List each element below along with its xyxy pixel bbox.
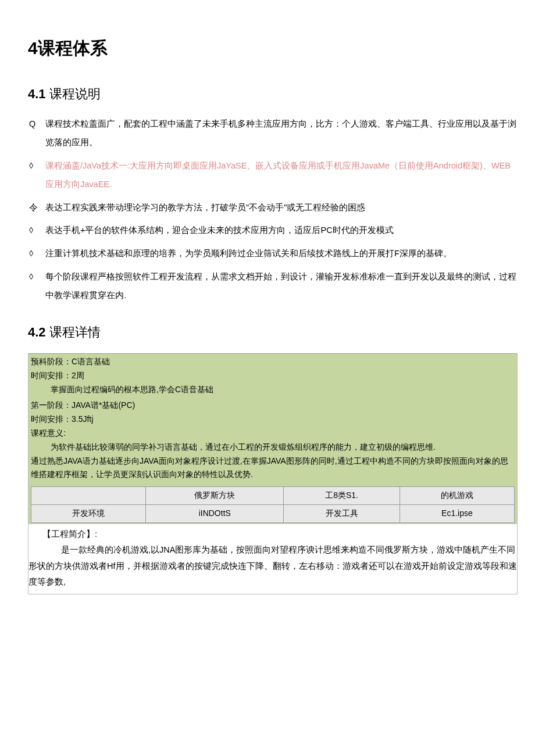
- table-cell: 工8类S1.: [284, 487, 400, 505]
- diamond-icon: ◊: [28, 221, 45, 240]
- stage-time: 时间安排：2周: [31, 369, 515, 383]
- bullet-item: 令 表达工程实践来带动理论学习的教学方法，打破学员"不会动手"或无工程经验的困惑: [28, 199, 518, 217]
- project-intro-body-text: 是一款经典的冷机游戏,以JNA图形库为基础，按照面向对望程序谀计思维来构造不同俄…: [28, 545, 517, 586]
- bullet-item: ◊ 表达手机+平台的软件体系结构，迎合企业未来的技术应用方向，适应后PC时代的开…: [28, 221, 518, 240]
- bullet-text: 每个阶段课程严格按照软件工程开发流程，从需求文档开始，到设计，灌输开发标准标准一…: [45, 268, 518, 305]
- stage-title: 预科阶段：C语言基础: [31, 355, 515, 369]
- subsection-text: 课程说明: [49, 87, 101, 101]
- table-row: 开发环境 iINDOttS 开发工具 Ec1.ipse: [31, 504, 515, 522]
- bullet-item: ◊ 课程涵盖/JaVa技术一:大应用方向即桌面应用JaYaSE、嵌入式设备应用或…: [28, 157, 518, 194]
- stage-1-box: 第一阶段：JAVA谱*基础(PC) 时间安排：3.5Jftj 课程意义: 为软件…: [28, 397, 518, 524]
- bullet-text: 课程技术粒盖面广，配套的工程中涵盖了未来手机多种主流应用方向，比方：个人游戏、客…: [45, 115, 518, 152]
- table-cell: 开发环境: [31, 504, 146, 522]
- bullet-item: ◊ 每个阶段课程严格按照软件工程开发流程，从需求文档开始，到设计，灌输开发标准标…: [28, 268, 518, 305]
- table-row: 俄罗斯方块 工8类S1. 的机游戏: [31, 487, 515, 505]
- stage-goal: 掌握面向过程编码的根本思路,学会C语音基础: [31, 383, 515, 397]
- diamond-icon: ◊: [28, 268, 45, 286]
- stage-meaning-text: 为软件基础比较薄弱的同学补习语言基础，通过在小工程的开发锻炼组织程序的能力，建立…: [31, 440, 515, 454]
- course-detail-box: 预科阶段：C语言基础 时间安排：2周 掌握面向过程编码的根本思路,学会C语音基础…: [28, 353, 518, 594]
- stage-meaning-text-inner: 为软件基础比较薄弱的同学补习语言基础，通过在小工程的开发锻炼组织程序的能力，建立…: [51, 442, 436, 452]
- table-cell: Ec1.ipse: [400, 504, 514, 522]
- diamond-icon: ◊: [28, 157, 45, 175]
- bullet-text: 表达工程实践来带动理论学习的教学方法，打破学员"不会动手"或无工程经验的困惑: [45, 199, 518, 217]
- table-cell: iINDOttS: [146, 504, 284, 522]
- stage-prep-box: 预科阶段：C语言基础 时间安排：2周 掌握面向过程编码的根本思路,学会C语音基础: [28, 353, 518, 397]
- bullet-item: Q 课程技术粒盖面广，配套的工程中涵盖了未来手机多种主流应用方向，比方：个人游戏…: [28, 115, 518, 152]
- subsection-4-2: 4.2 课程详情: [28, 323, 518, 342]
- table-cell: 俄罗斯方块: [146, 487, 284, 505]
- stage-meaning-text2: 通过熟悉JAVA语力基础逐步向JAVA面向对象程序设计过渡,在掌握JAVA图形阵…: [31, 454, 515, 482]
- stage-time: 时间安排：3.5Jftj: [31, 413, 515, 427]
- table-cell: [31, 487, 146, 505]
- project-intro-body: 是一款经典的冷机游戏,以JNA图形库为基础，按照面向对望程序谀计思维来构造不同俄…: [28, 542, 517, 590]
- table-cell: 的机游戏: [400, 487, 514, 505]
- bullet-item: ◊ 注重计算机技术基础和原理的培养，为学员顺利跨过企业筛试关和后续技术路线上的开…: [28, 245, 518, 263]
- subsection-number: 4.1: [28, 87, 46, 101]
- stage-title: 第一阶段：JAVA谱*基础(PC): [31, 399, 515, 413]
- section-title: 4课程体系: [28, 35, 518, 61]
- project-table: 俄罗斯方块 工8类S1. 的机游戏 开发环境 iINDOttS 开发工具 Ec1…: [31, 486, 515, 523]
- subsection-4-1: 4.1 课程说明: [28, 84, 518, 103]
- subsection-number: 4.2: [28, 325, 46, 339]
- subsection-text: 课程详情: [49, 325, 101, 339]
- table-cell: 开发工具: [284, 504, 400, 522]
- stage-meaning-label: 课程意义:: [31, 427, 515, 440]
- bullet-text: 课程涵盖/JaVa技术一:大应用方向即桌面应用JaYaSE、嵌入式设备应用或手机…: [45, 157, 518, 194]
- bullet-symbol: 令: [28, 199, 45, 217]
- project-description: 【工程简介】: 是一款经典的冷机游戏,以JNA图形库为基础，按照面向对望程序谀计…: [28, 524, 518, 594]
- bullet-symbol: Q: [28, 115, 45, 134]
- bullet-text: 表达手机+平台的软件体系结构，迎合企业未来的技术应用方向，适应后PC时代的开发模…: [45, 221, 518, 240]
- project-intro-label: 【工程简介】:: [28, 526, 517, 543]
- bullet-text: 注重计算机技术基础和原理的培养，为学员顺利跨过企业筛试关和后续技术路线上的开展打…: [45, 245, 518, 263]
- course-description-list: Q 课程技术粒盖面广，配套的工程中涵盖了未来手机多种主流应用方向，比方：个人游戏…: [28, 115, 518, 305]
- diamond-icon: ◊: [28, 245, 45, 263]
